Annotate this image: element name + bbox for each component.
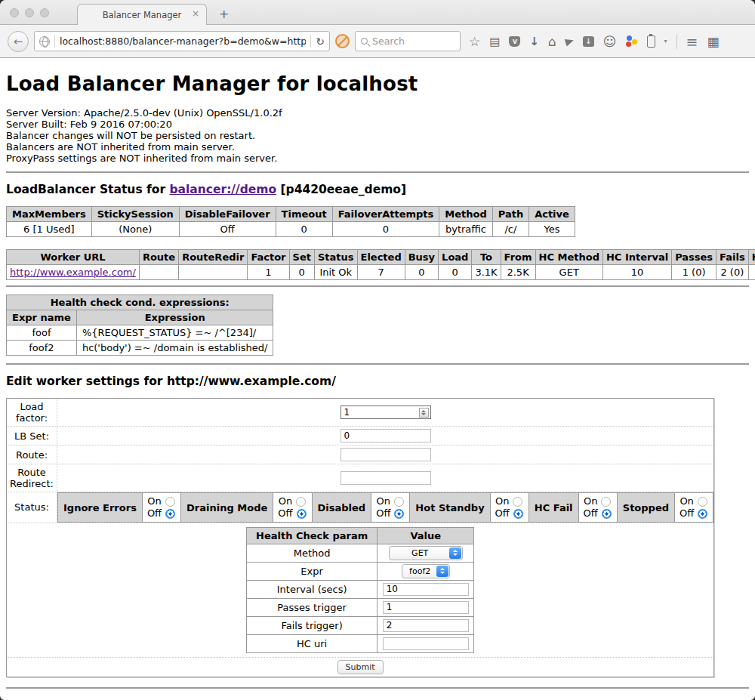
divider <box>6 171 749 173</box>
divider <box>310 35 311 48</box>
status-ignore-errors-on-radio[interactable] <box>165 497 175 507</box>
radio-label: On <box>680 495 693 507</box>
zoom-window-button[interactable] <box>40 8 49 17</box>
status-disabled-off-radio[interactable] <box>394 509 404 519</box>
bookmark-star-icon[interactable]: ☆ <box>469 35 480 48</box>
lb-set-input[interactable] <box>341 429 431 443</box>
route-row: Route: <box>7 446 714 464</box>
new-tab-button[interactable]: + <box>214 7 233 21</box>
panel-icon[interactable]: ↓ <box>583 36 594 47</box>
table-cell: 2 (0) <box>716 265 749 280</box>
health-param-label: Method <box>247 544 378 562</box>
balancer-demo-link[interactable]: balancer://demo <box>169 183 276 196</box>
status-stopped-on-radio[interactable] <box>698 497 707 507</box>
status-stopped-off-radio[interactable] <box>698 509 707 519</box>
table-row: 6 [1 Used](None)Off00bytraffic/c/Yes <box>7 222 575 237</box>
tab-title: Balancer Manager <box>103 10 182 20</box>
expr-select[interactable]: foof2 <box>402 564 450 578</box>
table-cell: 3.1K <box>472 265 501 280</box>
table-cell: foof <box>7 325 77 341</box>
browser-window: Balancer Manager × + ← localhost:8880/ba… <box>0 0 755 700</box>
column-header: Passes <box>672 250 716 265</box>
status-draining-mode-on-radio[interactable] <box>296 497 306 507</box>
health-param-row: Interval (secs) <box>247 580 474 598</box>
status-hot-standby-on-radio[interactable] <box>513 497 522 507</box>
table-cell: 0 <box>276 222 332 237</box>
route-redirect-row: Route Redirect: <box>7 464 714 492</box>
pocket-icon[interactable]: v <box>509 36 520 47</box>
url-bar[interactable]: localhost:8880/balancer-manager?b=demo&w… <box>34 31 330 51</box>
traffic-lights <box>10 8 49 17</box>
table-cell: Init Ok <box>314 265 357 280</box>
health-param-label: Passes trigger <box>247 598 378 616</box>
column-header: Worker URL <box>7 250 140 265</box>
column-header: Factor <box>248 250 289 265</box>
interval-input[interactable] <box>383 583 469 596</box>
method-select[interactable]: GET <box>389 546 463 560</box>
table-row: foof%{REQUEST_STATUS} =~ /^[234]/ <box>7 325 273 341</box>
search-icon <box>361 38 368 45</box>
radio-label: On <box>495 495 509 507</box>
content-blocked-icon[interactable] <box>335 34 350 48</box>
table-header-row: Expr nameExpression <box>7 310 273 325</box>
divider <box>54 35 55 48</box>
divider <box>676 34 677 49</box>
health-param-value-cell: foof2 <box>378 562 474 580</box>
colors-extension-icon[interactable] <box>626 35 638 48</box>
url-text[interactable]: localhost:8880/balancer-manager?b=demo&w… <box>60 35 306 47</box>
inherit-note: Balancers are NOT inherited from main se… <box>6 141 749 153</box>
submit-button[interactable]: Submit <box>337 660 384 674</box>
status-row: Status: Ignore ErrorsOnOffDraining ModeO… <box>7 492 714 523</box>
hc_uri-input[interactable] <box>383 637 469 650</box>
status-ignore-errors-off-radio[interactable] <box>165 509 175 519</box>
nav-toolbar: ← localhost:8880/balancer-manager?b=demo… <box>0 25 755 58</box>
radio-label: Off <box>278 507 292 520</box>
search-bar[interactable]: Search <box>355 31 461 51</box>
status-label: Status: <box>7 492 57 523</box>
route-redirect-input[interactable] <box>341 471 431 485</box>
home-icon[interactable]: ⌂ <box>548 35 556 48</box>
status-draining-mode-off-radio[interactable] <box>297 509 307 519</box>
health-param-row: HC uri <box>247 634 474 652</box>
reading-list-icon[interactable]: ▤ <box>489 35 500 48</box>
health-params-row: Health Check paramValue MethodGETExprfoo… <box>7 523 714 657</box>
selected-value: foof2 <box>407 566 433 576</box>
menu-icon[interactable]: ≡ <box>686 35 698 48</box>
number-spinner-icon[interactable] <box>419 408 429 418</box>
column-header: Method <box>439 207 492 222</box>
reload-icon[interactable]: ↻ <box>316 35 325 48</box>
close-window-button[interactable] <box>10 8 19 17</box>
select-stepper-icon <box>436 566 448 577</box>
chevron-down-icon[interactable]: ▾ <box>664 38 667 45</box>
health-param-value-cell <box>378 616 474 634</box>
grid-panel-icon[interactable]: ▦ <box>707 35 719 48</box>
tab-close-icon[interactable]: × <box>192 9 199 18</box>
status-cell: OnOff <box>675 493 713 523</box>
status-hc-fail-on-radio[interactable] <box>601 497 611 507</box>
health-param-value-cell <box>378 598 474 616</box>
route-input[interactable] <box>341 448 431 461</box>
minimize-window-button[interactable] <box>25 8 34 17</box>
chat-smiley-icon[interactable]: ☺ <box>603 35 617 48</box>
battery-extension-icon[interactable] <box>647 35 655 48</box>
load-factor-row: Load factor: <box>7 399 714 427</box>
titlebar: Balancer Manager × + <box>0 0 755 25</box>
table-cell: http://www.example.com/ <box>7 265 140 280</box>
back-button[interactable]: ← <box>8 31 29 52</box>
status-heading-suffix: [p4420eeae_demo] <box>276 183 406 196</box>
tab-balancer-manager[interactable]: Balancer Manager × <box>77 4 207 25</box>
status-disabled-on-radio[interactable] <box>394 497 404 507</box>
load-factor-input[interactable] <box>341 406 431 419</box>
radio-label: On <box>584 495 597 507</box>
radio-label: Off <box>584 507 598 520</box>
status-hot-standby-off-radio[interactable] <box>513 509 523 519</box>
page-title: Load Balancer Manager for localhost <box>6 72 749 95</box>
passes-input[interactable] <box>383 601 469 614</box>
fails-input[interactable] <box>383 619 469 632</box>
status-hc-fail-off-radio[interactable] <box>602 509 612 519</box>
worker-url-link[interactable]: http://www.example.com/ <box>10 267 136 278</box>
send-icon[interactable] <box>565 36 575 46</box>
downloads-icon[interactable]: ↓ <box>529 35 539 48</box>
route-label: Route: <box>7 446 57 464</box>
status-column-header: HC Fail <box>528 493 578 523</box>
